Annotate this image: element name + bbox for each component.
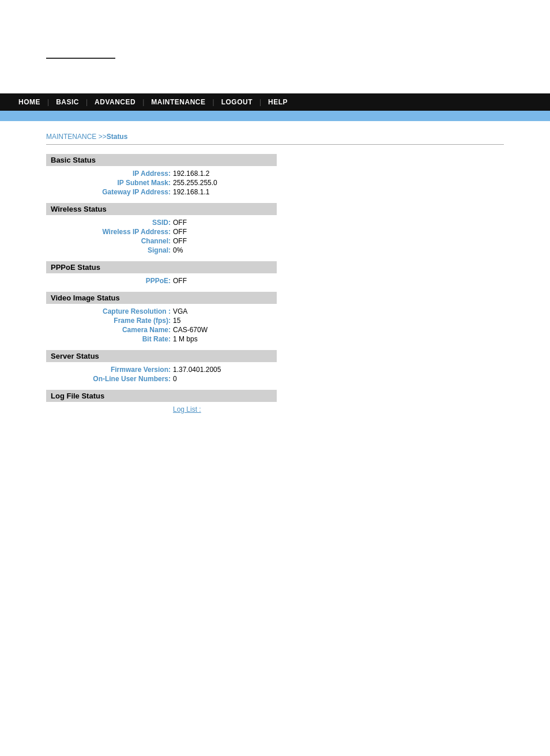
server-status-table: Firmware Version: 1.37.0401.2005 On-Line… (46, 366, 392, 383)
video-status-header: Video Image Status (46, 292, 277, 304)
content-area: MAINTENANCE >>Status Basic Status IP Add… (46, 121, 504, 413)
video-row-3: Bit Rate: 1 M bps (46, 335, 392, 343)
online-users-value: 0 (173, 375, 177, 383)
video-row-0: Capture Resolution : VGA (46, 307, 392, 315)
log-link-spacer (46, 405, 173, 413)
bit-rate-label: Bit Rate: (46, 335, 173, 343)
wireless-ip-label: Wireless IP Address: (46, 228, 173, 236)
wireless-row-0: SSID: OFF (46, 219, 392, 227)
firmware-value: 1.37.0401.2005 (173, 366, 221, 374)
video-row-2: Camera Name: CAS-670W (46, 326, 392, 334)
top-line (46, 58, 115, 59)
pppoe-label: PPPoE: (46, 277, 173, 285)
pppoe-status-table: PPPoE: OFF (46, 277, 392, 285)
pppoe-value: OFF (173, 277, 187, 285)
breadcrumb-separator: >> (96, 133, 106, 141)
wireless-ip-value: OFF (173, 228, 187, 236)
pppoe-status-header: PPPoE Status (46, 261, 277, 273)
gateway-value: 192.168.1.1 (173, 188, 209, 196)
nav-maintenance[interactable]: MAINTENANCE (144, 98, 212, 106)
server-row-1: On-Line User Numbers: 0 (46, 375, 392, 383)
basic-status-row-1: IP Subnet Mask: 255.255.255.0 (46, 179, 392, 187)
breadcrumb-parent[interactable]: MAINTENANCE (46, 133, 96, 141)
breadcrumb: MAINTENANCE >>Status (46, 133, 504, 141)
capture-res-label: Capture Resolution : (46, 307, 173, 315)
subnet-mask-label: IP Subnet Mask: (46, 179, 173, 187)
ssid-value: OFF (173, 219, 187, 227)
camera-name-value: CAS-670W (173, 326, 208, 334)
wireless-status-header: Wireless Status (46, 203, 277, 215)
subnet-mask-value: 255.255.255.0 (173, 179, 217, 187)
ip-address-value: 192.168.1.2 (173, 170, 209, 178)
signal-label: Signal: (46, 246, 173, 254)
nav-basic[interactable]: BASIC (49, 98, 86, 106)
breadcrumb-current: Status (107, 133, 128, 141)
video-status-table: Capture Resolution : VGA Frame Rate (fps… (46, 307, 392, 343)
camera-name-label: Camera Name: (46, 326, 173, 334)
bit-rate-value: 1 M bps (173, 335, 198, 343)
basic-status-row-0: IP Address: 192.168.1.2 (46, 170, 392, 178)
online-users-label: On-Line User Numbers: (46, 375, 173, 383)
wireless-row-2: Channel: OFF (46, 237, 392, 245)
nav-bar: HOME | BASIC | ADVANCED | MAINTENANCE | … (0, 93, 550, 111)
channel-label: Channel: (46, 237, 173, 245)
gateway-label: Gateway IP Address: (46, 188, 173, 196)
blue-bar (0, 111, 550, 121)
wireless-row-3: Signal: 0% (46, 246, 392, 254)
frame-rate-value: 15 (173, 317, 180, 325)
signal-value: 0% (173, 246, 183, 254)
video-row-1: Frame Rate (fps): 15 (46, 317, 392, 325)
ssid-label: SSID: (46, 219, 173, 227)
log-list-link[interactable]: Log List : (173, 405, 201, 413)
wireless-status-table: SSID: OFF Wireless IP Address: OFF Chann… (46, 219, 392, 254)
wireless-row-1: Wireless IP Address: OFF (46, 228, 392, 236)
nav-advanced[interactable]: ADVANCED (88, 98, 142, 106)
firmware-label: Firmware Version: (46, 366, 173, 374)
basic-status-table: IP Address: 192.168.1.2 IP Subnet Mask: … (46, 170, 392, 196)
server-row-0: Firmware Version: 1.37.0401.2005 (46, 366, 392, 374)
server-status-header: Server Status (46, 350, 277, 362)
log-status-table: Log List : (46, 405, 392, 413)
log-status-header: Log File Status (46, 390, 277, 402)
divider (46, 144, 504, 145)
channel-value: OFF (173, 237, 187, 245)
nav-home[interactable]: HOME (12, 98, 47, 106)
basic-status-header: Basic Status (46, 154, 277, 166)
capture-res-value: VGA (173, 307, 187, 315)
frame-rate-label: Frame Rate (fps): (46, 317, 173, 325)
pppoe-row-0: PPPoE: OFF (46, 277, 392, 285)
ip-address-label: IP Address: (46, 170, 173, 178)
nav-logout[interactable]: LOGOUT (214, 98, 259, 106)
nav-help[interactable]: HELP (261, 98, 295, 106)
basic-status-row-2: Gateway IP Address: 192.168.1.1 (46, 188, 392, 196)
log-row-0: Log List : (46, 405, 392, 413)
